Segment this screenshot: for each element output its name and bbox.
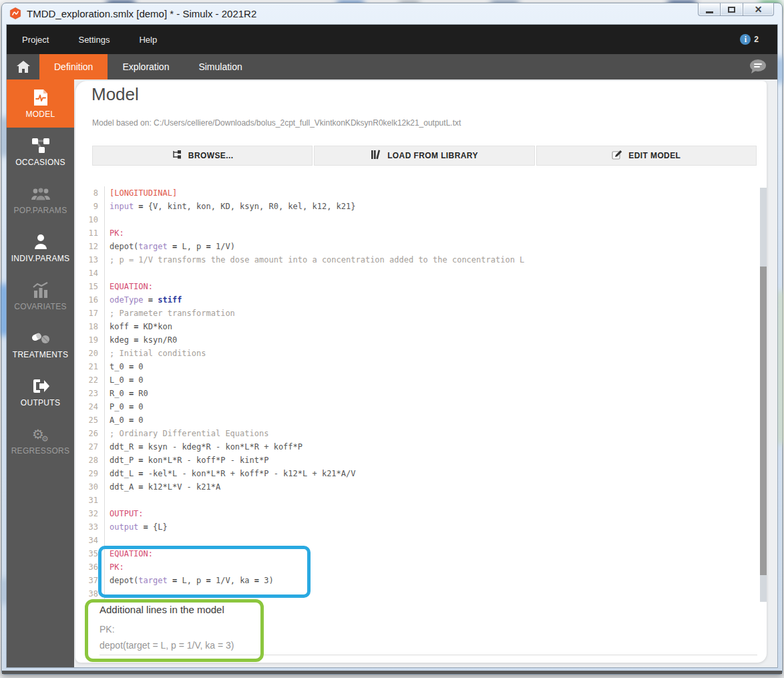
line-source: koff = KD*kon xyxy=(105,320,172,333)
regressors-gears-icon: ⚙⚙ xyxy=(31,426,50,443)
editor-scrollbar[interactable] xyxy=(760,188,767,602)
code-line-37: 37depot(target = L, p = 1/V, ka = 3) xyxy=(75,574,760,587)
model-card: Model Model based on: C:/Users/celliere/… xyxy=(75,81,767,663)
desktop-blob xyxy=(777,57,783,83)
close-button[interactable]: ✕ xyxy=(743,3,774,16)
line-number: 29 xyxy=(75,467,105,480)
code-line-32: 32OUTPUT: xyxy=(75,507,760,520)
sidebar-item-label: POP.PARAMS xyxy=(14,206,67,215)
line-source xyxy=(105,213,110,226)
line-number: 8 xyxy=(75,186,105,200)
code-line-8: 8[LONGITUDINAL] xyxy=(75,186,760,200)
page-title: Model xyxy=(91,84,139,105)
code-line-16: 16odeType = stiff xyxy=(75,293,760,307)
sidebar-item-regressors[interactable]: ⚙⚙REGRESSORS xyxy=(7,416,74,464)
line-number: 10 xyxy=(75,213,105,226)
window-controls: ✕ xyxy=(698,3,774,16)
population-people-icon xyxy=(31,185,51,202)
notification-area[interactable]: i 2 xyxy=(740,25,759,54)
code-line-11: 11PK: xyxy=(75,226,760,240)
code-line-29: 29ddt_L = -kel*L - kon*L*R + koff*P - k1… xyxy=(75,467,760,480)
line-source: PK: xyxy=(105,226,124,240)
tab-simulation[interactable]: Simulation xyxy=(184,54,256,79)
button-label: EDIT MODEL xyxy=(628,151,680,160)
window-title: TMDD_exploration.smlx [demo] * - Simulx … xyxy=(27,8,256,19)
line-source: A_0 = 0 xyxy=(105,413,144,427)
line-number: 20 xyxy=(75,347,105,360)
maximize-button[interactable] xyxy=(721,3,743,16)
additional-lines-title: Additional lines in the model xyxy=(100,604,224,615)
sidebar-item-label: TREATMENTS xyxy=(13,350,68,359)
line-source: R_0 = R0 xyxy=(105,387,148,400)
model-code-editor[interactable]: 8[LONGITUDINAL]9input = {V, kint, kon, K… xyxy=(75,186,760,601)
line-source: P_0 = 0 xyxy=(105,400,144,413)
sidebar-item-pop-params[interactable]: POP.PARAMS xyxy=(7,176,74,224)
model-actions: BROWSE...LOAD FROM LIBRARYEDIT MODEL xyxy=(92,146,757,166)
code-line-17: 17; Parameter transformation xyxy=(75,307,760,320)
line-source: ; Ordinary Differential Equations xyxy=(105,427,268,440)
load-from-library-button[interactable]: LOAD FROM LIBRARY xyxy=(314,146,534,166)
simulx-app-icon xyxy=(9,7,21,19)
sidebar-item-model[interactable]: MODEL xyxy=(7,79,74,128)
line-number: 23 xyxy=(75,387,105,400)
line-source: depot(target = L, p = 1/V, ka = 3) xyxy=(105,574,274,587)
sidebar-item-outputs[interactable]: OUTPUTS xyxy=(7,368,74,416)
browse-button[interactable]: BROWSE... xyxy=(92,146,313,166)
line-number: 24 xyxy=(75,400,105,413)
line-number: 17 xyxy=(75,307,105,320)
tabbar: DefinitionExplorationSimulation xyxy=(7,54,777,79)
additional-line-1: depot(target = L, p = 1/V, ka = 3) xyxy=(100,640,234,651)
line-source xyxy=(105,494,110,507)
sidebar-item-label: OCCASIONS xyxy=(15,158,65,167)
line-source: input = {V, kint, kon, KD, ksyn, R0, kel… xyxy=(105,200,355,213)
titlebar[interactable]: TMDD_exploration.smlx [demo] * - Simulx … xyxy=(2,3,782,23)
button-label: LOAD FROM LIBRARY xyxy=(387,151,478,160)
library-books-icon xyxy=(371,150,381,162)
model-based-on-path: Model based on: C:/Users/celliere/Downlo… xyxy=(92,118,461,128)
line-source: ddt_R = ksyn - kdeg*R - kon*L*R + koff*P xyxy=(105,440,303,454)
menu-help[interactable]: Help xyxy=(139,35,157,45)
edit-model-button[interactable]: EDIT MODEL xyxy=(536,146,757,166)
code-line-21: 21t_0 = 0 xyxy=(75,360,760,373)
line-number: 14 xyxy=(75,267,105,280)
code-line-31: 31 xyxy=(75,494,760,507)
chat-bubble-icon xyxy=(749,59,767,75)
menu-settings[interactable]: Settings xyxy=(78,35,110,45)
line-number: 16 xyxy=(75,293,105,307)
line-number: 32 xyxy=(75,507,105,520)
line-source: EQUATION: xyxy=(105,280,153,293)
tab-exploration[interactable]: Exploration xyxy=(108,54,184,79)
line-number: 31 xyxy=(75,494,105,507)
model-file-icon xyxy=(33,89,49,106)
feedback-bubble-button[interactable] xyxy=(749,59,767,77)
code-line-24: 24P_0 = 0 xyxy=(75,400,760,413)
sidebar-item-indiv-params[interactable]: INDIV.PARAMS xyxy=(7,224,74,272)
code-line-19: 19kdeg = ksyn/R0 xyxy=(75,333,760,347)
sidebar-item-covariates[interactable]: COVARIATES xyxy=(7,272,74,320)
menubar: ProjectSettingsHelp i 2 xyxy=(7,25,777,54)
line-source: ddt_L = -kel*L - kon*L*R + koff*P - k12*… xyxy=(105,467,355,480)
home-tab[interactable] xyxy=(7,54,39,79)
tab-definition[interactable]: Definition xyxy=(39,54,108,79)
code-line-23: 23R_0 = R0 xyxy=(75,387,760,400)
minimize-button[interactable] xyxy=(698,3,721,16)
line-number: 19 xyxy=(75,333,105,347)
line-number: 33 xyxy=(75,520,105,534)
home-icon xyxy=(17,61,30,73)
editor-scrollbar-thumb[interactable] xyxy=(760,267,767,575)
line-source: t_0 = 0 xyxy=(105,360,144,373)
code-line-10: 10 xyxy=(75,213,760,226)
sidebar-item-treatments[interactable]: TREATMENTS xyxy=(7,320,74,368)
info-icon[interactable]: i xyxy=(740,34,751,45)
browse-tree-icon xyxy=(172,150,182,162)
code-line-20: 20; Initial conditions xyxy=(75,347,760,360)
line-number: 37 xyxy=(75,574,105,587)
code-line-26: 26; Ordinary Differential Equations xyxy=(75,427,760,440)
line-number: 26 xyxy=(75,427,105,440)
sidebar-item-label: REGRESSORS xyxy=(11,446,70,456)
main-area: MODELOCCASIONSPOP.PARAMSINDIV.PARAMSCOVA… xyxy=(7,79,777,667)
sidebar-item-label: INDIV.PARAMS xyxy=(11,254,70,263)
section-divider xyxy=(100,655,757,655)
sidebar-item-occasions[interactable]: OCCASIONS xyxy=(7,128,74,176)
menu-project[interactable]: Project xyxy=(22,35,49,45)
